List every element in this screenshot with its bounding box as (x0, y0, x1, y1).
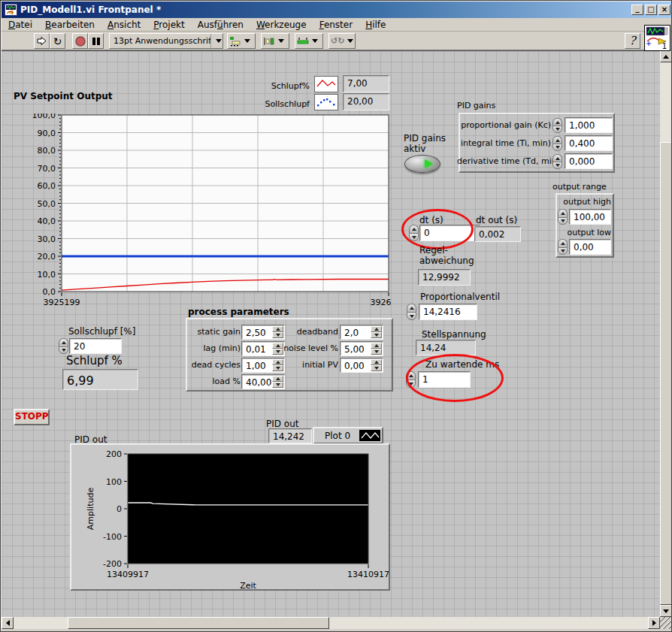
proportionalventil-spinner[interactable] (407, 304, 416, 320)
sollschlupf-plot-icon[interactable] (314, 94, 338, 110)
vi-icon-number: 1 (662, 42, 667, 50)
load-field[interactable]: 40,00 (241, 374, 285, 389)
menu-item-bearbeiten[interactable]: Bearbeiten (41, 19, 98, 31)
ti-field[interactable]: 0,400 (565, 135, 613, 151)
abort-icon (75, 36, 86, 47)
distribute-objects-button[interactable] (261, 33, 289, 49)
noise-level-spinner[interactable] (371, 343, 382, 355)
pid-out-label: PID out (266, 419, 298, 429)
pid-gains-aktiv-label-2: aktiv (404, 144, 425, 154)
close-button[interactable]: × (658, 5, 670, 15)
kc-field[interactable]: 1,000 (565, 117, 613, 133)
ti-spinner[interactable] (552, 136, 562, 151)
pause-icon (92, 37, 101, 46)
noise-level-field[interactable]: 5,00 (340, 341, 383, 356)
initial-pv-field[interactable]: 0,00 (340, 358, 383, 373)
output-high-label: output high (558, 197, 611, 207)
scroll-right-button[interactable] (648, 617, 660, 629)
schlupf-plot-glyph (315, 77, 338, 92)
pid-out-chart-box: -200-10001002001340991713410917ZeitAmpli… (70, 443, 390, 591)
load-spinner[interactable] (272, 376, 283, 388)
menu-item-werkzeuge[interactable]: Werkzeuge (253, 19, 310, 31)
maximize-button[interactable]: □ (645, 5, 657, 15)
green-led-arrow-icon (425, 159, 433, 168)
deadband-field[interactable]: 2,0 (340, 325, 383, 340)
menu-item-datei[interactable]: Datei (5, 19, 36, 31)
menu-item-fenster[interactable]: Fenster (316, 19, 357, 31)
output-high-field[interactable]: 100,00 (569, 209, 611, 225)
run-continuous-button[interactable]: ↻ (50, 33, 65, 49)
process-parameters-title: process parameters (188, 307, 289, 317)
arrow-left-icon (6, 620, 10, 626)
continuous-run-icon: ↻ (53, 36, 62, 47)
svg-text:-100: -100 (103, 532, 122, 542)
sollschlupf-spinner[interactable] (59, 338, 68, 354)
td-field[interactable]: 0,000 (565, 153, 613, 169)
scroll-left-button[interactable] (2, 617, 14, 629)
plot-legend[interactable]: Plot 0 (313, 427, 383, 444)
context-help-button[interactable]: ? (625, 33, 640, 49)
output-high-spinner[interactable] (558, 209, 568, 225)
td-spinner[interactable] (552, 154, 562, 169)
svg-text:3925199: 3925199 (44, 298, 80, 307)
resize-objects-button[interactable] (295, 33, 323, 49)
scroll-up-button[interactable] (660, 50, 672, 62)
scroll-down-button[interactable] (660, 605, 672, 617)
font-selector-value: 13pt Anwendungsschriftart (110, 36, 210, 46)
stellspannung-field: 14,24 (416, 340, 476, 355)
pid-out-chart: -200-10001002001340991713410917ZeitAmpli… (71, 445, 389, 589)
schlupf-label: Schlupf % (66, 354, 123, 367)
noise-level-label: noise level % (266, 343, 338, 353)
output-low-spinner[interactable] (558, 239, 568, 255)
schlupf-plot-icon[interactable] (314, 76, 338, 92)
svg-text:100,0: 100,0 (32, 113, 56, 120)
pause-button[interactable] (88, 33, 104, 49)
wait-ms-annotation-ellipse (406, 354, 504, 402)
svg-text:3926199: 3926199 (371, 298, 392, 307)
menu-item-hilfe[interactable]: Hilfe (362, 19, 389, 31)
reorder-icon: ↺↻ (331, 36, 344, 46)
resize-objects-icon (297, 36, 309, 47)
reorder-button[interactable]: ↺↻ (328, 33, 356, 49)
abort-button[interactable] (72, 33, 88, 49)
menu-item-ausfuhren[interactable]: Ausführen (194, 19, 247, 31)
svg-text:13409917: 13409917 (107, 570, 149, 579)
dead-cycles-label: dead cycles (185, 360, 241, 370)
menu-item-ansicht[interactable]: Ansicht (104, 19, 144, 31)
align-objects-icon (229, 36, 241, 47)
svg-text:20,0: 20,0 (38, 252, 56, 262)
deadband-spinner[interactable] (371, 326, 382, 338)
arrow-down-icon (663, 609, 669, 613)
pid-gains-aktiv-button[interactable] (404, 155, 440, 173)
load-label: load % (185, 376, 241, 386)
pv-chart-title: PV Setpoint Output (14, 91, 113, 101)
resize-grip[interactable] (660, 617, 672, 629)
lag-value: 0,01 (246, 344, 266, 355)
kc-spinner[interactable] (552, 118, 562, 133)
sollschlupf-plot-glyph (315, 95, 338, 110)
run-button[interactable] (34, 33, 50, 49)
arrow-right-icon (652, 620, 656, 626)
plot0-label: Plot 0 (325, 431, 350, 441)
align-objects-button[interactable] (227, 33, 256, 49)
dt-out-field: 0,002 (474, 226, 521, 242)
static-gain-value: 2,50 (246, 328, 266, 338)
output-low-field[interactable]: 0,00 (569, 239, 611, 255)
deadband-value: 2,0 (344, 328, 359, 338)
sollschlupf-field[interactable]: 20 (69, 338, 122, 354)
svg-text:70,0: 70,0 (38, 164, 56, 174)
pid-gains-aktiv-label-1: PID gains (404, 133, 446, 144)
horizontal-scrollbar-thumb[interactable] (68, 617, 329, 629)
regelabweichung-label-2: abweichung (419, 256, 474, 266)
vi-icon[interactable]: 1 (644, 25, 670, 51)
vertical-scrollbar-thumb[interactable] (660, 142, 672, 605)
run-arrow-icon (36, 35, 47, 47)
font-selector[interactable]: 13pt Anwendungsschriftart (109, 33, 223, 49)
stopp-button[interactable]: STOPP (14, 409, 50, 425)
proportionalventil-field[interactable]: 14,2416 (419, 304, 477, 320)
chevron-down-icon (210, 34, 222, 48)
svg-text:200: 200 (106, 449, 122, 459)
menu-item-projekt[interactable]: Projekt (150, 19, 188, 31)
minimize-button[interactable]: _ (631, 5, 643, 15)
initial-pv-spinner[interactable] (371, 359, 382, 371)
